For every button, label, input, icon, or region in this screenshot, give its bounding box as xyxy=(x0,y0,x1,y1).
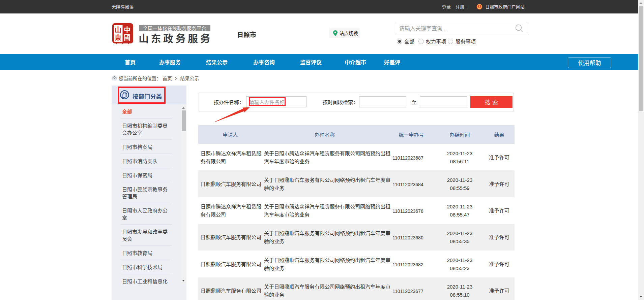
svg-text:東: 東 xyxy=(115,32,121,42)
svg-text:國: 國 xyxy=(124,32,130,42)
